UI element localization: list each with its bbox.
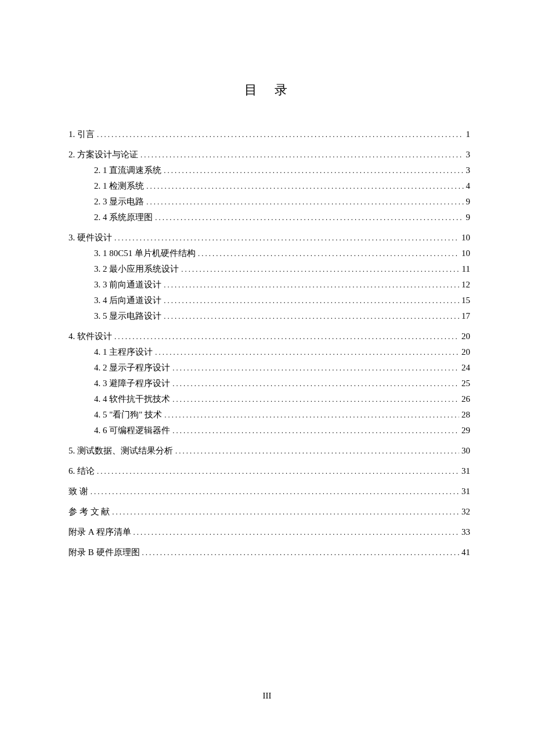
toc-entry-page: 9	[466, 194, 471, 210]
toc-entry-page: 29	[461, 423, 470, 438]
toc-entry: 2. 1 直流调速系统3	[68, 163, 470, 178]
toc-entry-page: 11	[462, 261, 470, 277]
toc-entry-label: 3. 3 前向通道设计	[94, 277, 161, 293]
toc-leader-dots	[164, 293, 459, 308]
toc-entry: 4. 3 避障子程序设计25	[68, 376, 470, 391]
toc-entry-page: 30	[461, 443, 470, 459]
toc-entry-label: 参 考 文 献	[68, 504, 110, 520]
toc-leader-dots	[114, 329, 459, 344]
toc-entry: 2. 方案设计与论证3	[68, 147, 470, 163]
toc-entry-page: 3	[466, 147, 471, 163]
toc-entry-page: 1	[466, 127, 471, 142]
toc-entry: 3. 5 显示电路设计17	[68, 308, 470, 324]
toc-entry-label: 2. 3 显示电路	[94, 194, 144, 210]
toc-leader-dots	[181, 261, 459, 277]
toc-leader-dots	[142, 545, 459, 560]
toc-entry-page: 33	[461, 524, 470, 540]
toc-leader-dots	[164, 277, 459, 293]
toc-entry-label: 致 谢	[68, 484, 88, 499]
toc-leader-dots	[146, 178, 463, 194]
toc-entry: 2. 3 显示电路9	[68, 194, 470, 210]
toc-entry: 4. 2 显示子程序设计24	[68, 360, 470, 376]
toc-entry-page: 32	[461, 504, 470, 520]
toc-entry-label: 2. 4 系统原理图	[94, 210, 153, 225]
toc-leader-dots	[91, 484, 459, 499]
toc-entry: 2. 4 系统原理图9	[68, 210, 470, 225]
table-of-contents: 1. 引言12. 方案设计与论证32. 1 直流调速系统32. 1 检测系统42…	[68, 127, 470, 560]
toc-entry-label: 3. 5 显示电路设计	[94, 308, 161, 324]
toc-entry-page: 20	[461, 344, 470, 360]
toc-entry-label: 4. 软件设计	[68, 329, 112, 344]
toc-entry-label: 附录 A 程序清单	[68, 524, 131, 540]
toc-entry-page: 15	[461, 293, 470, 308]
toc-leader-dots	[146, 194, 463, 210]
toc-leader-dots	[155, 210, 463, 225]
toc-leader-dots	[172, 376, 459, 391]
toc-entry: 3. 2 最小应用系统设计11	[68, 261, 470, 277]
toc-entry: 致 谢31	[68, 484, 470, 499]
toc-leader-dots	[155, 344, 459, 360]
toc-entry-label: 4. 1 主程序设计	[94, 344, 153, 360]
toc-entry-page: 9	[466, 210, 471, 225]
toc-entry-label: 6. 结论	[68, 463, 95, 479]
toc-entry: 4. 软件设计20	[68, 329, 470, 344]
toc-entry-page: 20	[461, 329, 470, 344]
toc-entry: 4. 1 主程序设计20	[68, 344, 470, 360]
toc-entry-label: 4. 5 "看门狗" 技术	[94, 407, 162, 423]
toc-entry-page: 10	[461, 230, 470, 246]
toc-entry-label: 3. 4 后向通道设计	[94, 293, 161, 308]
toc-entry-label: 4. 4 软件抗干扰技术	[94, 391, 170, 407]
toc-title: 目 录	[68, 81, 470, 99]
toc-entry-page: 31	[461, 463, 470, 479]
toc-leader-dots	[114, 230, 459, 246]
toc-entry: 4. 6 可编程逻辑器件29	[68, 423, 470, 438]
toc-entry-page: 26	[461, 391, 470, 407]
toc-entry-page: 25	[461, 376, 470, 391]
toc-entry: 3. 硬件设计10	[68, 230, 470, 246]
toc-entry: 参 考 文 献32	[68, 504, 470, 520]
toc-leader-dots	[172, 391, 459, 407]
toc-entry: 4. 5 "看门狗" 技术28	[68, 407, 470, 423]
toc-entry-page: 31	[461, 484, 470, 499]
toc-entry-label: 1. 引言	[68, 127, 95, 142]
toc-entry: 附录 A 程序清单33	[68, 524, 470, 540]
toc-entry-label: 4. 6 可编程逻辑器件	[94, 423, 170, 438]
toc-entry-label: 2. 1 直流调速系统	[94, 163, 161, 178]
toc-entry: 1. 引言1	[68, 127, 470, 142]
toc-leader-dots	[97, 463, 459, 479]
toc-leader-dots	[172, 423, 459, 438]
toc-entry: 5. 测试数据、测试结果分析30	[68, 443, 470, 459]
toc-entry-label: 2. 1 检测系统	[94, 178, 144, 194]
toc-entry-label: 3. 1 80C51 单片机硬件结构	[94, 246, 196, 261]
toc-entry-page: 17	[461, 308, 470, 324]
toc-entry-label: 4. 3 避障子程序设计	[94, 376, 170, 391]
toc-entry: 3. 4 后向通道设计15	[68, 293, 470, 308]
toc-entry-label: 3. 硬件设计	[68, 230, 112, 246]
toc-leader-dots	[198, 246, 459, 261]
toc-entry-page: 12	[461, 277, 470, 293]
toc-leader-dots	[112, 504, 459, 520]
toc-entry-page: 24	[461, 360, 470, 376]
toc-entry: 3. 1 80C51 单片机硬件结构10	[68, 246, 470, 261]
toc-leader-dots	[140, 147, 464, 163]
toc-entry-label: 4. 2 显示子程序设计	[94, 360, 170, 376]
toc-leader-dots	[164, 308, 459, 324]
toc-entry: 6. 结论31	[68, 463, 470, 479]
document-page: 目 录 1. 引言12. 方案设计与论证32. 1 直流调速系统32. 1 检测…	[0, 0, 534, 595]
toc-leader-dots	[164, 163, 463, 178]
toc-entry: 附录 B 硬件原理图41	[68, 545, 470, 560]
toc-entry-label: 5. 测试数据、测试结果分析	[68, 443, 173, 459]
toc-entry-label: 3. 2 最小应用系统设计	[94, 261, 179, 277]
toc-leader-dots	[164, 407, 459, 423]
toc-entry-page: 28	[461, 407, 470, 423]
toc-entry-label: 2. 方案设计与论证	[68, 147, 138, 163]
toc-entry-label: 附录 B 硬件原理图	[68, 545, 140, 560]
toc-entry: 2. 1 检测系统4	[68, 178, 470, 194]
toc-entry-page: 41	[461, 545, 470, 560]
toc-entry-page: 3	[466, 163, 471, 178]
toc-entry: 4. 4 软件抗干扰技术26	[68, 391, 470, 407]
toc-leader-dots	[172, 360, 459, 376]
page-number: III	[0, 691, 534, 701]
toc-leader-dots	[134, 524, 459, 540]
toc-entry: 3. 3 前向通道设计12	[68, 277, 470, 293]
